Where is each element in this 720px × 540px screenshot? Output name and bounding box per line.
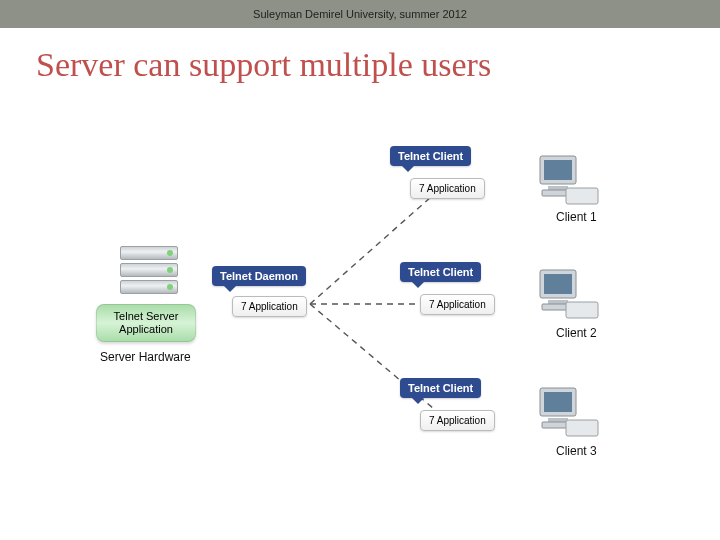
telnet-daemon-callout: Telnet Daemon <box>212 266 306 286</box>
client3-icon <box>538 384 600 442</box>
client1-label: Client 1 <box>556 210 597 224</box>
client2-callout: Telnet Client <box>400 262 481 282</box>
client2-layer-box: 7 Application <box>420 294 495 315</box>
telnet-daemon-text: Telnet Daemon <box>220 270 298 282</box>
header-text: Suleyman Demirel University, summer 2012 <box>253 8 467 20</box>
daemon-layer-box: 7 Application <box>232 296 307 317</box>
slide-title: Server can support multiple users <box>0 28 720 94</box>
header-bar: Suleyman Demirel University, summer 2012 <box>0 0 720 28</box>
svg-rect-5 <box>548 186 568 190</box>
server-hardware-icon <box>120 246 178 312</box>
svg-rect-12 <box>566 302 598 318</box>
client1-layer-box: 7 Application <box>410 178 485 199</box>
client2-layer-text: 7 Application <box>429 299 486 310</box>
client3-layer-text: 7 Application <box>429 415 486 426</box>
svg-rect-17 <box>566 420 598 436</box>
client2-icon <box>538 266 600 324</box>
client3-callout-text: Telnet Client <box>408 382 473 394</box>
client1-callout-text: Telnet Client <box>398 150 463 162</box>
client2-callout-text: Telnet Client <box>408 266 473 278</box>
server-hardware-label: Server Hardware <box>100 350 191 364</box>
telnet-server-app-box: Telnet ServerApplication <box>96 304 196 342</box>
svg-rect-7 <box>566 188 598 204</box>
client1-icon <box>538 152 600 210</box>
telnet-server-app-label: Telnet ServerApplication <box>114 310 179 335</box>
client3-callout: Telnet Client <box>400 378 481 398</box>
svg-rect-9 <box>544 274 572 294</box>
client3-label: Client 3 <box>556 444 597 458</box>
client2-label: Client 2 <box>556 326 597 340</box>
client1-callout: Telnet Client <box>390 146 471 166</box>
svg-rect-15 <box>548 418 568 422</box>
client3-layer-box: 7 Application <box>420 410 495 431</box>
client1-layer-text: 7 Application <box>419 183 476 194</box>
svg-rect-4 <box>544 160 572 180</box>
daemon-layer-text: 7 Application <box>241 301 298 312</box>
svg-rect-10 <box>548 300 568 304</box>
svg-rect-14 <box>544 392 572 412</box>
diagram-canvas: Telnet ServerApplication Server Hardware… <box>0 94 720 534</box>
